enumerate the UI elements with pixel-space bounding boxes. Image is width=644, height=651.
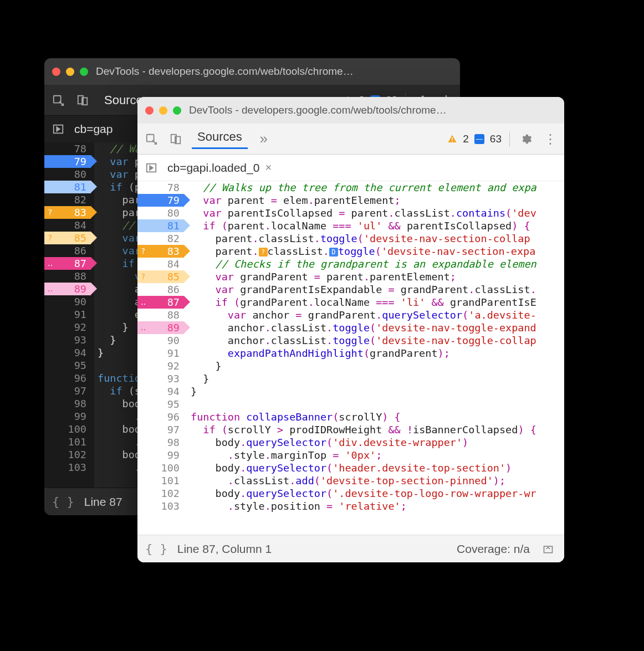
- file-name: cb=gapi.loaded_0: [167, 161, 259, 175]
- window-controls: [145, 106, 181, 115]
- code-editor[interactable]: 787980818283?8485?8687‥8889‥909192939495…: [137, 181, 564, 535]
- tab-underline: [192, 147, 248, 149]
- warning-icon: [447, 134, 457, 144]
- device-toggle-icon[interactable]: [74, 92, 91, 109]
- debugger-panel-icon[interactable]: [143, 160, 160, 176]
- titlebar[interactable]: DevTools - developers.google.com/web/too…: [137, 97, 564, 124]
- source-content[interactable]: // Walks up the tree from the current el…: [187, 181, 564, 535]
- divider: [509, 131, 510, 147]
- close-icon[interactable]: [145, 106, 154, 115]
- tab-sources[interactable]: Sources: [192, 129, 248, 149]
- issue-counts[interactable]: 2 — 63: [447, 133, 502, 145]
- main-toolbar: Sources » 2 — 63 ⋮: [137, 124, 564, 155]
- close-icon[interactable]: ×: [265, 161, 272, 174]
- debugger-panel-icon[interactable]: [50, 121, 67, 137]
- window-title: DevTools - developers.google.com/web/too…: [189, 104, 447, 116]
- kebab-icon[interactable]: ⋮: [542, 131, 559, 147]
- file-tabbar: cb=gapi.loaded_0 ×: [137, 155, 564, 181]
- cursor-position: Line 87, Column 1: [177, 542, 272, 556]
- zoom-icon[interactable]: [173, 106, 181, 115]
- inspect-icon[interactable]: [143, 131, 160, 147]
- inspect-icon[interactable]: [50, 92, 67, 109]
- svg-rect-9: [452, 137, 453, 140]
- svg-rect-10: [452, 141, 453, 142]
- close-icon[interactable]: [52, 68, 60, 76]
- warning-count: 2: [463, 133, 469, 145]
- file-tab[interactable]: cb=gap: [74, 122, 113, 136]
- devtools-window-light: DevTools - developers.google.com/web/too…: [137, 97, 564, 562]
- window-controls: [52, 68, 88, 76]
- device-toggle-icon[interactable]: [167, 131, 184, 147]
- file-name: cb=gap: [74, 122, 113, 136]
- gear-icon[interactable]: [518, 131, 534, 147]
- line-gutter[interactable]: 787980818283?8485?8687‥8889‥909192939495…: [137, 181, 187, 535]
- cursor-position: Line 87: [84, 495, 122, 509]
- zoom-icon[interactable]: [80, 68, 88, 76]
- pretty-print-icon[interactable]: { }: [145, 542, 167, 556]
- pretty-print-icon[interactable]: { }: [52, 495, 74, 509]
- file-tab[interactable]: cb=gapi.loaded_0 ×: [167, 161, 272, 175]
- coverage-status: Coverage: n/a: [457, 542, 530, 556]
- line-gutter[interactable]: 787980818283?8485?8687‥8889‥909192939495…: [44, 142, 94, 488]
- window-title: DevTools - developers.google.com/web/too…: [96, 65, 354, 78]
- minimize-icon[interactable]: [159, 106, 167, 115]
- more-tabs-icon[interactable]: »: [255, 131, 272, 147]
- message-icon: —: [474, 134, 484, 144]
- tab-label: Sources: [192, 129, 248, 145]
- titlebar[interactable]: DevTools - developers.google.com/web/too…: [44, 58, 460, 85]
- statusbar: { } Line 87, Column 1 Coverage: n/a: [137, 535, 564, 562]
- minimize-icon[interactable]: [66, 68, 74, 76]
- drawer-toggle-icon[interactable]: [540, 541, 556, 557]
- message-count: 63: [490, 133, 502, 145]
